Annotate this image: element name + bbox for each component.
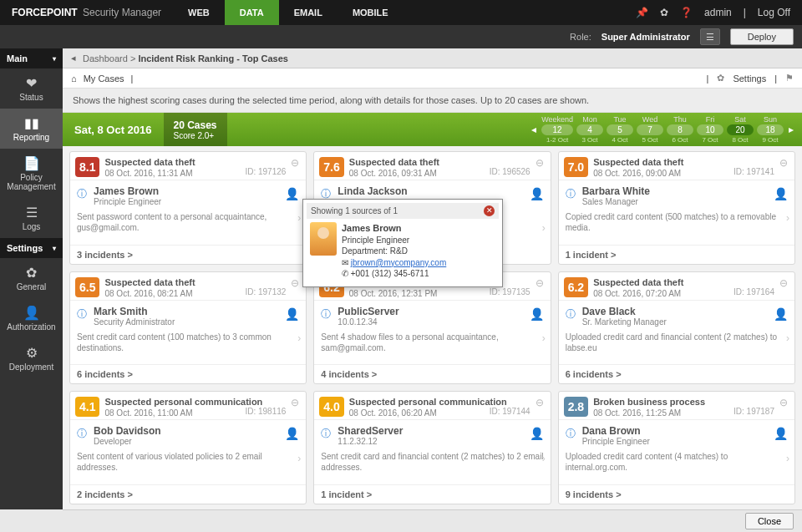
incidents-link[interactable]: 6 incidents > — [70, 364, 306, 383]
sidebar-icon: 👤 — [2, 305, 61, 321]
expand-icon[interactable]: › — [786, 332, 789, 344]
timeline-day[interactable]: Weekend121-2 Oct — [541, 115, 573, 144]
info-icon[interactable]: ⓘ — [321, 307, 331, 322]
sidebar-item-deployment[interactable]: ⚙Deployment — [0, 338, 63, 378]
card-action-icon[interactable]: ⊖ — [779, 397, 788, 408]
sidebar-item-policy-management[interactable]: 📄Policy Management — [0, 149, 63, 198]
expand-icon[interactable]: › — [786, 212, 789, 224]
timeline-day[interactable]: Sat208 Oct — [727, 115, 754, 144]
popup-role: Principle Engineer — [342, 235, 446, 246]
card-action-icon[interactable]: ⊖ — [536, 397, 544, 408]
person-name: Linda Jackson — [338, 185, 543, 197]
sidebar-section-settings[interactable]: Settings ▾ — [0, 238, 63, 258]
card-action-icon[interactable]: ⊖ — [779, 157, 788, 169]
day-count: 8 — [667, 124, 693, 135]
incidents-link[interactable]: 6 incidents > — [559, 364, 794, 383]
sidebar-item-authorization[interactable]: 👤Authorization — [0, 298, 63, 338]
expand-icon[interactable]: › — [542, 453, 546, 464]
info-icon[interactable]: ⓘ — [566, 427, 576, 441]
admin-link[interactable]: admin — [704, 7, 732, 18]
user-icon: 👤 — [285, 427, 299, 440]
expand-icon[interactable]: › — [297, 212, 301, 224]
deploy-button[interactable]: Deploy — [730, 28, 794, 45]
incidents-link[interactable]: 3 incidents > — [70, 245, 306, 264]
person-role: Principle Engineer — [94, 197, 299, 206]
flag-icon[interactable]: ⚑ — [785, 73, 794, 84]
person-role: Principle Engineer — [582, 437, 788, 446]
sidebar-item-reporting[interactable]: ▮▮Reporting — [0, 109, 63, 149]
card-action-icon[interactable]: ⊖ — [779, 277, 788, 289]
case-description: Sent 4 shadow files to a personal acquai… — [321, 332, 543, 353]
logoff-link[interactable]: Log Off — [758, 7, 790, 18]
timeline-day[interactable]: Wed75 Oct — [637, 115, 663, 144]
person-name: Mark Smith — [94, 306, 299, 317]
sidebar-item-status[interactable]: ❤Status — [0, 68, 63, 109]
incidents-link[interactable]: 4 incidents > — [314, 364, 550, 383]
expand-icon[interactable]: › — [297, 453, 301, 464]
info-icon[interactable]: ⓘ — [77, 427, 87, 441]
card-action-icon[interactable]: ⊖ — [536, 157, 544, 169]
sidebar-section-main[interactable]: Main ▾ — [0, 48, 63, 68]
timeline-day[interactable]: Thu86 Oct — [667, 115, 693, 144]
role-icon-button[interactable]: ☰ — [700, 28, 720, 45]
incidents-link[interactable]: 2 incidents > — [70, 484, 306, 504]
case-card: 4.1Suspected personal communication08 Oc… — [69, 391, 307, 504]
expand-icon[interactable]: › — [542, 222, 546, 234]
card-action-icon[interactable]: ⊖ — [291, 157, 299, 169]
pin-icon[interactable]: 📌 — [636, 7, 648, 18]
divider: | — [131, 73, 134, 84]
back-arrow-icon[interactable]: ◂ — [71, 53, 76, 63]
expand-icon[interactable]: › — [786, 453, 789, 464]
expand-icon[interactable]: › — [297, 332, 301, 344]
user-icon: 👤 — [285, 187, 299, 200]
bottom-bar: Close — [63, 509, 802, 532]
close-button[interactable]: Close — [745, 513, 794, 529]
card-action-icon[interactable]: ⊖ — [291, 397, 299, 408]
mycases-link[interactable]: My Cases — [84, 73, 124, 84]
topnav-item-data[interactable]: DATA — [225, 0, 279, 25]
sidebar-icon: ☰ — [2, 205, 61, 220]
info-icon[interactable]: ⓘ — [77, 307, 87, 322]
help-icon[interactable]: ❓ — [680, 7, 693, 18]
case-card: 7.0Suspected data theft08 Oct. 2016, 09:… — [558, 151, 795, 265]
gear-icon[interactable]: ✿ — [660, 7, 668, 18]
popup-email[interactable]: jbrown@mycompany.com — [351, 258, 446, 267]
sidebar-item-general[interactable]: ✿General — [0, 258, 63, 298]
timeline-prev-icon[interactable]: ◂ — [530, 124, 538, 135]
divider: | — [744, 7, 746, 18]
timeline-day[interactable]: Tue54 Oct — [607, 115, 633, 144]
topnav-item-mobile[interactable]: MOBILE — [338, 0, 404, 25]
breadcrumb-root[interactable]: Dashboard — [83, 53, 128, 63]
expand-icon[interactable]: › — [542, 332, 546, 344]
info-icon[interactable]: ⓘ — [77, 187, 87, 201]
topnav-item-web[interactable]: WEB — [173, 0, 225, 25]
info-icon[interactable]: ⓘ — [321, 427, 331, 441]
info-icon[interactable]: ⓘ — [566, 187, 576, 201]
timeline-day[interactable]: Mon43 Oct — [576, 115, 603, 144]
popup-phone: +001 (312) 345-6711 — [351, 269, 429, 278]
home-icon[interactable]: ⌂ — [71, 73, 77, 84]
timeline-day[interactable]: Fri107 Oct — [697, 115, 723, 144]
info-icon[interactable]: ⓘ — [566, 307, 576, 322]
incidents-link[interactable]: 1 incident > — [559, 245, 794, 264]
risk-score-badge: 6.2 — [564, 277, 588, 297]
incidents-link[interactable]: 1 incident > — [314, 484, 550, 504]
timeline-next-icon[interactable]: ▸ — [787, 124, 795, 135]
topnav-item-email[interactable]: EMAIL — [279, 0, 338, 25]
sidebar-item-label: Logs — [23, 222, 41, 231]
case-id: ID: 198116 — [245, 407, 286, 418]
popup-close-icon[interactable]: ✕ — [484, 205, 495, 216]
case-id: ID: 197126 — [245, 167, 286, 178]
sidebar-icon: ▮▮ — [2, 115, 61, 131]
case-description: Sent content of various violated policie… — [77, 451, 299, 473]
settings-gear-icon[interactable]: ✿ — [717, 73, 724, 84]
card-action-icon[interactable]: ⊖ — [536, 277, 544, 289]
case-title: Suspected personal communication — [349, 397, 530, 407]
card-action-icon[interactable]: ⊖ — [291, 277, 299, 289]
timeline-day[interactable]: Sun189 Oct — [757, 115, 784, 144]
incidents-link[interactable]: 9 incidents > — [559, 484, 794, 504]
settings-link[interactable]: Settings — [733, 73, 766, 84]
sidebar-item-logs[interactable]: ☰Logs — [0, 198, 63, 238]
person-name: SharedServer — [338, 425, 543, 437]
day-date: 5 Oct — [637, 136, 663, 144]
